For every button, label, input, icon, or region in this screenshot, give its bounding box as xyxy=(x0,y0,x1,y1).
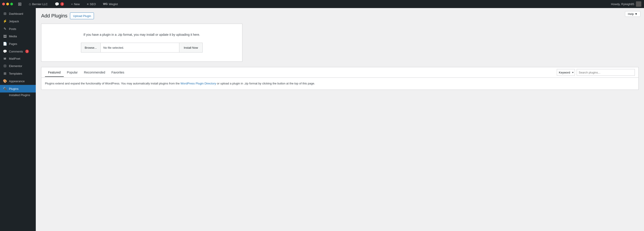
tab-featured[interactable]: Featured xyxy=(45,68,64,77)
tabs-header: Featured Popular Recommended Favorites K… xyxy=(41,67,638,78)
traffic-light-green[interactable] xyxy=(10,3,13,5)
installed-plugins-label: Installed Plugins xyxy=(9,93,30,97)
install-now-button[interactable]: Install Now xyxy=(179,43,203,52)
sidebar-item-label: Jetpack xyxy=(9,20,19,23)
page-header: Add Plugins Upload Plugin xyxy=(41,12,639,19)
sidebar-item-label: Comments xyxy=(9,50,23,53)
help-button[interactable]: Help ▼ xyxy=(625,11,640,17)
search-type-dropdown-wrapper: Keyword Author Tag xyxy=(557,69,575,76)
description-text-after: or upload a plugin in .zip format by cli… xyxy=(216,82,315,85)
site-icon: ⌂ xyxy=(29,2,31,6)
sidebar-item-label: Posts xyxy=(9,27,16,31)
page-title: Add Plugins xyxy=(41,13,67,19)
adminbar-howdy: Howdy, Ryleigh85 xyxy=(611,2,634,6)
jetpack-icon: ⚡ xyxy=(3,19,7,23)
sidebar-item-media[interactable]: 🖼 Media xyxy=(0,33,36,40)
sidebar-item-appearance[interactable]: 🎨 Appearance xyxy=(0,77,36,85)
sidebar-item-templates[interactable]: ⊞ Templates xyxy=(0,70,36,77)
sidebar-item-elementor[interactable]: ⊡ Elementor xyxy=(0,62,36,70)
search-plugins-input[interactable] xyxy=(577,69,635,76)
sidebar-item-dashboard[interactable]: ⊟ Dashboard xyxy=(0,10,36,17)
plugin-description: Plugins extend and expand the functional… xyxy=(41,78,639,90)
tabs-search: Keyword Author Tag xyxy=(557,67,635,77)
sidebar-item-plugins[interactable]: 🔌 Plugins xyxy=(0,85,36,92)
tab-recommended[interactable]: Recommended xyxy=(81,68,108,77)
no-file-label: No file selected. xyxy=(100,46,127,49)
tab-favorites[interactable]: Favorites xyxy=(108,68,128,77)
appearance-icon: 🎨 xyxy=(3,79,7,83)
sidebar-item-posts[interactable]: ✎ Posts xyxy=(0,25,36,33)
comments-icon: 💬 xyxy=(3,49,7,53)
description-text-before: Plugins extend and expand the functional… xyxy=(45,82,180,85)
comments-badge: 3 xyxy=(25,50,29,53)
adminbar-site[interactable]: ⌂ Bernier LLC xyxy=(27,0,50,8)
wp-plugin-directory-link[interactable]: WordPress Plugin Directory xyxy=(180,82,216,85)
adminbar-new[interactable]: + New xyxy=(69,0,82,8)
sidebar-item-jetpack[interactable]: ⚡ Jetpack xyxy=(0,17,36,25)
tab-popular[interactable]: Popular xyxy=(64,68,81,77)
wp-icon: ⊞ xyxy=(18,1,22,7)
sidebar-item-label: MailPoet xyxy=(9,57,20,60)
sidebar-item-mailpoet[interactable]: M MailPoet xyxy=(0,55,36,62)
adminbar-comments[interactable]: 💬 3 xyxy=(53,0,66,8)
sidebar-item-label: Media xyxy=(9,35,17,38)
adminbar-wp-logo[interactable]: ⊞ xyxy=(16,0,24,8)
pages-icon: 📄 xyxy=(3,42,7,46)
sidebar-sub-installed-plugins[interactable]: Installed Plugins xyxy=(0,92,36,98)
upload-hint: If you have a plugin in a .zip format, y… xyxy=(46,33,238,36)
comments-icon: 💬 xyxy=(55,2,59,6)
upload-plugin-button[interactable]: Upload Plugin xyxy=(70,12,94,19)
tabs-container: Featured Popular Recommended Favorites K… xyxy=(41,67,639,78)
sidebar-item-pages[interactable]: 📄 Pages xyxy=(0,40,36,48)
file-input-box: Browse... No file selected. xyxy=(81,43,179,52)
weglot-icon: WG xyxy=(103,2,108,5)
comments-count: 3 xyxy=(60,2,64,6)
search-type-select[interactable]: Keyword Author Tag xyxy=(557,69,575,76)
adminbar-seo[interactable]: ≡ SEO xyxy=(85,0,98,8)
plugins-icon: 🔌 xyxy=(3,87,7,91)
sidebar-item-comments[interactable]: 💬 Comments 3 xyxy=(0,48,36,55)
mailpoet-icon: M xyxy=(3,57,7,60)
sidebar-item-label: Pages xyxy=(9,42,17,45)
adminbar-site-name: Bernier LLC xyxy=(32,2,48,6)
user-avatar xyxy=(636,1,641,7)
browse-button[interactable]: Browse... xyxy=(81,43,100,52)
adminbar-weglot-label: Weglot xyxy=(109,2,118,6)
media-icon: 🖼 xyxy=(3,34,7,38)
traffic-light-red[interactable] xyxy=(2,3,5,5)
adminbar-user[interactable]: Howdy, Ryleigh85 xyxy=(611,1,641,7)
upload-area: If you have a plugin in a .zip format, y… xyxy=(41,24,242,62)
templates-icon: ⊞ xyxy=(3,71,7,75)
sidebar-item-label: Elementor xyxy=(9,64,22,68)
sidebar-item-label: Plugins xyxy=(9,87,18,90)
sidebar-item-label: Templates xyxy=(9,72,22,75)
sidebar-item-label: Appearance xyxy=(9,79,24,83)
new-icon: + xyxy=(71,2,73,6)
dashboard-icon: ⊟ xyxy=(3,12,7,16)
elementor-icon: ⊡ xyxy=(3,64,7,68)
file-input-row: Browse... No file selected. Install Now xyxy=(46,43,238,52)
seo-icon: ≡ xyxy=(87,2,89,6)
posts-icon: ✎ xyxy=(3,27,7,31)
adminbar-weglot[interactable]: WG Weglot xyxy=(101,0,120,8)
adminbar-seo-label: SEO xyxy=(90,2,96,6)
sidebar-item-label: Dashboard xyxy=(9,12,23,15)
adminbar-new-label: New xyxy=(74,2,80,6)
traffic-light-yellow[interactable] xyxy=(6,3,9,5)
